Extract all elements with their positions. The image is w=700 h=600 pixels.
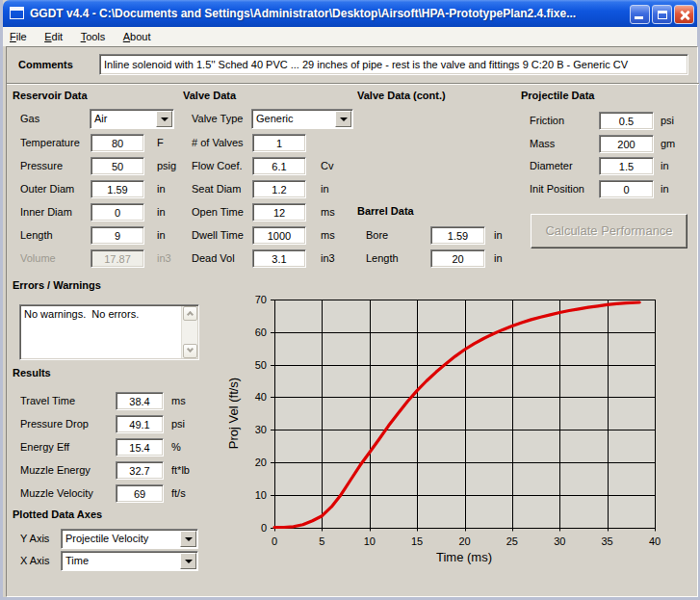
barrel-data-title: Barrel Data xyxy=(357,205,414,217)
outer-diam-field[interactable] xyxy=(91,180,144,198)
pressure-drop-unit: psi xyxy=(171,418,185,430)
temperature-unit: F xyxy=(157,137,164,148)
valve-type-select[interactable]: Generic xyxy=(251,109,353,129)
minimize-button[interactable] xyxy=(630,5,650,24)
flow-coef-label: Flow Coef. xyxy=(192,160,243,171)
close-button[interactable] xyxy=(674,5,694,24)
energy-eff-field[interactable] xyxy=(116,438,164,457)
muzzle-energy-field[interactable] xyxy=(116,461,164,480)
pressure-drop-label: Pressure Drop xyxy=(20,418,89,430)
x-axis-label: X Axis xyxy=(20,555,50,566)
app-window: GGDT v4.4 - C:\Documents and Settings\Ad… xyxy=(0,0,700,600)
menu-item-file[interactable]: File xyxy=(3,28,34,47)
plotted-data-axes-title: Plotted Data Axes xyxy=(13,509,102,520)
num-valves-field[interactable] xyxy=(252,134,306,152)
chevron-up-icon xyxy=(187,311,194,318)
reservoir-length-field[interactable] xyxy=(91,226,144,245)
menu-bar: File Edit Tools About xyxy=(3,27,697,46)
y-axis-select[interactable]: Projectile Velocity xyxy=(61,529,198,549)
y-axis-label: Y Axis xyxy=(20,533,49,544)
temperature-field[interactable] xyxy=(91,134,144,152)
energy-eff-unit: % xyxy=(171,441,181,453)
open-time-unit: ms xyxy=(321,206,335,218)
muzzle-velocity-field[interactable] xyxy=(116,484,164,503)
errors-box[interactable]: No warnings. No errors. xyxy=(19,304,199,360)
dead-vol-field[interactable] xyxy=(252,249,306,268)
y-tick-label: 10 xyxy=(255,489,267,501)
gas-select[interactable]: Air xyxy=(90,109,174,129)
chevron-down-icon[interactable] xyxy=(180,553,196,569)
maximize-icon xyxy=(658,11,667,19)
menu-item-about[interactable]: About xyxy=(117,28,158,47)
chevron-down-icon[interactable] xyxy=(180,531,196,547)
pressure-field[interactable] xyxy=(91,157,144,175)
maximize-button[interactable] xyxy=(652,5,672,24)
valve-data-title: Valve Data xyxy=(183,90,236,101)
inner-diam-field[interactable] xyxy=(91,203,144,222)
y-tick-label: 70 xyxy=(255,294,267,305)
muzzle-velocity-unit: ft/s xyxy=(171,487,186,499)
inner-diam-unit: in xyxy=(157,206,166,218)
projectile-data-title: Projectile Data xyxy=(521,90,594,101)
y-tick-label: 20 xyxy=(255,457,267,468)
barrel-length-field[interactable] xyxy=(430,249,485,268)
calculate-performance-button[interactable]: Calculate Performance xyxy=(531,214,687,248)
plot-area xyxy=(274,300,655,528)
title-bar: GGDT v4.4 - C:\Documents and Settings\Ad… xyxy=(3,0,697,27)
dwell-time-field[interactable] xyxy=(252,226,306,245)
errors-text: No warnings. No errors. xyxy=(24,308,179,320)
flow-coef-field[interactable] xyxy=(252,157,306,175)
errors-scrollbar[interactable] xyxy=(181,306,197,358)
x-axis-select-value: Time xyxy=(65,555,89,566)
x-tick-label: 15 xyxy=(411,535,423,547)
seat-diam-field[interactable] xyxy=(252,180,306,198)
friction-field[interactable] xyxy=(599,112,654,130)
friction-unit: psi xyxy=(661,115,674,126)
y-tick-label: 60 xyxy=(255,326,267,338)
x-tick-label: 40 xyxy=(649,535,661,547)
energy-eff-label: Energy Eff xyxy=(20,441,69,453)
diameter-field[interactable] xyxy=(599,157,654,175)
reservoir-length-label: Length xyxy=(20,229,53,241)
scroll-down-button[interactable] xyxy=(183,344,197,358)
dwell-time-label: Dwell Time xyxy=(192,229,244,241)
muzzle-energy-unit: ft*lb xyxy=(171,464,190,476)
chevron-down-icon[interactable] xyxy=(335,111,351,127)
temperature-label: Temperature xyxy=(20,137,80,148)
reservoir-data-title: Reservoir Data xyxy=(13,90,88,101)
gas-select-value: Air xyxy=(94,113,107,124)
y-tick-label: 0 xyxy=(261,522,267,534)
mass-field[interactable] xyxy=(599,135,654,153)
dwell-time-unit: ms xyxy=(321,229,335,241)
app-icon[interactable] xyxy=(10,7,24,19)
volume-label: Volume xyxy=(20,252,56,264)
mass-label: Mass xyxy=(530,138,555,149)
y-axis-title: Proj Vel (ft/s) xyxy=(226,378,241,449)
menu-item-edit[interactable]: Edit xyxy=(38,28,69,47)
valve-type-label: Valve Type xyxy=(192,113,243,124)
init-position-field[interactable] xyxy=(599,180,654,198)
menu-item-tools[interactable]: Tools xyxy=(74,28,113,47)
pressure-unit: psig xyxy=(157,160,176,171)
open-time-field[interactable] xyxy=(252,203,306,222)
y-tick-label: 50 xyxy=(255,359,267,371)
volume-field xyxy=(91,249,144,268)
pressure-drop-field[interactable] xyxy=(116,415,164,433)
x-axis-select[interactable]: Time xyxy=(61,551,198,571)
travel-time-field[interactable] xyxy=(116,392,164,410)
chevron-down-icon[interactable] xyxy=(156,111,172,127)
diameter-unit: in xyxy=(661,160,669,171)
comments-input[interactable] xyxy=(99,54,688,75)
chevron-down-icon xyxy=(187,346,194,352)
flow-coef-unit: Cv xyxy=(321,160,333,171)
bore-field[interactable] xyxy=(430,226,485,245)
dead-vol-label: Dead Vol xyxy=(192,252,235,264)
diameter-label: Diameter xyxy=(530,160,573,171)
muzzle-energy-label: Muzzle Energy xyxy=(20,464,91,476)
y-tick-label: 30 xyxy=(255,424,267,435)
bore-label: Bore xyxy=(366,229,388,241)
scroll-up-button[interactable] xyxy=(183,306,197,321)
valve-data-cont-title: Valve Data (cont.) xyxy=(357,90,446,101)
init-position-unit: in xyxy=(661,183,669,195)
x-axis-title: Time (ms) xyxy=(436,550,492,564)
